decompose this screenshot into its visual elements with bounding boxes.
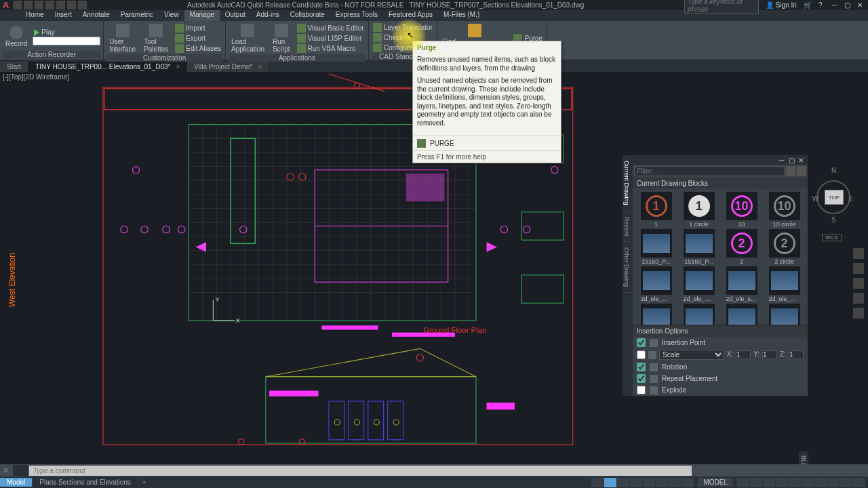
scale-checkbox[interactable] xyxy=(637,350,646,359)
user-interface-button[interactable]: User Interface xyxy=(106,22,138,54)
hwaccel-icon[interactable] xyxy=(827,478,840,487)
options-header[interactable]: Insertion Options xyxy=(633,325,808,337)
import-button[interactable]: Import xyxy=(174,23,222,33)
cmd-close-icon[interactable]: ✕ xyxy=(0,466,12,475)
block-item[interactable]: 1010 xyxy=(721,192,762,228)
help-icon[interactable]: ? xyxy=(818,1,823,9)
app-store-icon[interactable]: 🛒 xyxy=(804,1,812,9)
tab-close-icon[interactable]: × xyxy=(176,63,180,70)
file-tab[interactable]: TINY HOUSE_TRP00... Elevations_01_D03*× xyxy=(28,62,187,72)
showmotion-icon[interactable] xyxy=(853,308,864,319)
layout-tab-model[interactable]: Model xyxy=(0,478,33,487)
ribbon-tab-add-ins[interactable]: Add-ins xyxy=(251,10,285,21)
lock-ui-icon[interactable] xyxy=(802,478,814,487)
dyninput-toggle[interactable] xyxy=(669,478,681,487)
isolate-icon[interactable] xyxy=(814,478,827,487)
palette-maximize-icon[interactable]: ▢ xyxy=(789,157,795,163)
vb-editor-button[interactable]: Visual Basic Editor xyxy=(296,23,366,33)
explode-checkbox[interactable] xyxy=(637,386,646,394)
workspace-icon[interactable] xyxy=(750,478,762,487)
ribbon-tab-collaborate[interactable]: Collaborate xyxy=(285,10,330,21)
close-button[interactable]: ✕ xyxy=(854,1,865,9)
scale-x-input[interactable] xyxy=(736,350,751,359)
ribbon-tab-featured-apps[interactable]: Featured Apps xyxy=(383,10,438,21)
block-item[interactable]: 2d_ele_east xyxy=(635,266,677,302)
ribbon-tab-insert[interactable]: Insert xyxy=(50,10,77,21)
palette-close-icon[interactable]: ✕ xyxy=(798,157,805,163)
ribbon-tab-manage[interactable]: Manage xyxy=(184,10,220,21)
ribbon-tab-express-tools[interactable]: Express Tools xyxy=(330,10,383,21)
grid-toggle[interactable] xyxy=(591,478,604,487)
ortho-toggle[interactable] xyxy=(617,478,629,487)
layer-translator-button[interactable]: Layer Translator xyxy=(372,22,434,33)
steering-wheel-icon[interactable] xyxy=(853,248,864,259)
file-tab[interactable]: Start xyxy=(0,62,28,72)
snap-toggle[interactable] xyxy=(604,478,616,487)
layout-tab-plans[interactable]: Plans Sections and Elevations xyxy=(33,478,138,487)
cmd-prompt-icon[interactable] xyxy=(13,465,28,476)
ribbon-tab-home[interactable]: Home xyxy=(20,10,50,21)
play-button[interactable]: Play xyxy=(33,28,100,37)
block-item[interactable]: 2d_section... xyxy=(764,304,805,325)
vba-macro-button[interactable]: Run VBA Macro xyxy=(296,43,366,54)
annotation-monitor-icon[interactable] xyxy=(763,478,775,487)
ribbon-tab-annotate[interactable]: Annotate xyxy=(77,10,115,21)
block-item[interactable]: 15160_P... xyxy=(635,229,677,265)
qat-new-icon[interactable] xyxy=(13,1,22,9)
repeat-checkbox[interactable] xyxy=(637,374,646,383)
macro-name-input[interactable] xyxy=(33,37,100,45)
viewcube-top[interactable]: TOP xyxy=(825,190,844,205)
block-item[interactable]: 1010 circle xyxy=(764,192,805,228)
block-item[interactable]: 2d_section... xyxy=(721,304,762,325)
pan-icon[interactable] xyxy=(853,263,864,274)
ribbon-tab-output[interactable]: Output xyxy=(220,10,251,21)
polar-toggle[interactable] xyxy=(630,478,642,487)
viewcube[interactable]: N S E W TOP WCS xyxy=(812,167,853,241)
help-search-input[interactable]: Type a keyword or phrase xyxy=(684,0,759,14)
status-model[interactable]: MODEL xyxy=(698,478,733,487)
layout-add-button[interactable]: + xyxy=(138,478,151,487)
minimize-button[interactable]: ─ xyxy=(829,1,840,9)
lisp-editor-button[interactable]: Visual LISP Editor xyxy=(296,33,366,43)
ribbon-tab-view[interactable]: View xyxy=(159,10,184,21)
block-item[interactable]: 11 xyxy=(635,192,677,228)
tab-close-icon[interactable]: × xyxy=(258,63,262,70)
orbit-icon[interactable] xyxy=(853,293,864,304)
qat-saveas-icon[interactable] xyxy=(45,1,54,9)
ribbon-tab-m-files-m-[interactable]: M-Files (M.) xyxy=(438,10,485,21)
wcs-label[interactable]: WCS xyxy=(822,234,842,241)
command-input[interactable] xyxy=(29,466,692,476)
run-script-button[interactable]: Run Script xyxy=(270,22,293,54)
scale-z-input[interactable] xyxy=(789,350,804,359)
block-item[interactable]: 15160_P... xyxy=(678,229,719,265)
app-logo[interactable]: A xyxy=(3,0,9,10)
osnap-toggle[interactable] xyxy=(643,478,655,487)
record-button[interactable]: Record xyxy=(3,24,30,49)
edit-aliases-button[interactable]: Edit Aliases xyxy=(174,43,222,54)
qat-save-icon[interactable] xyxy=(35,1,43,9)
tab-recent[interactable]: Recent xyxy=(623,211,631,243)
tool-palettes-button[interactable]: Tool Palettes xyxy=(141,22,171,54)
lineweight-toggle[interactable] xyxy=(682,478,694,487)
options-icon[interactable] xyxy=(797,166,806,176)
annotation-scale-icon[interactable] xyxy=(737,478,749,487)
qat-undo-icon[interactable] xyxy=(67,1,76,9)
ribbon-tab-parametric[interactable]: Parametric xyxy=(115,10,159,21)
quickprops-icon[interactable] xyxy=(789,478,801,487)
block-item[interactable]: 2d_plan_m... xyxy=(678,304,719,325)
signin-button[interactable]: 👤 Sign In xyxy=(766,1,797,9)
otrack-toggle[interactable] xyxy=(656,478,668,487)
qat-open-icon[interactable] xyxy=(24,1,33,9)
palette-minimize-icon[interactable]: ─ xyxy=(779,157,786,163)
blocks-filter-input[interactable] xyxy=(634,166,785,176)
block-item[interactable]: 2d_ele_north xyxy=(678,266,719,302)
block-item[interactable]: 2d_plan_GF xyxy=(635,304,677,325)
tab-other-drawing[interactable]: Other Drawing xyxy=(623,242,631,293)
block-item[interactable]: 11 circle xyxy=(678,192,719,228)
cleanscreen-icon[interactable] xyxy=(840,478,852,487)
scale-select[interactable]: Scale xyxy=(659,350,724,360)
customize-icon[interactable] xyxy=(853,478,865,487)
file-tab[interactable]: Villa Project Demo*× xyxy=(187,62,269,72)
export-button[interactable]: Export xyxy=(174,33,222,43)
load-app-button[interactable]: Load Application xyxy=(229,22,267,54)
